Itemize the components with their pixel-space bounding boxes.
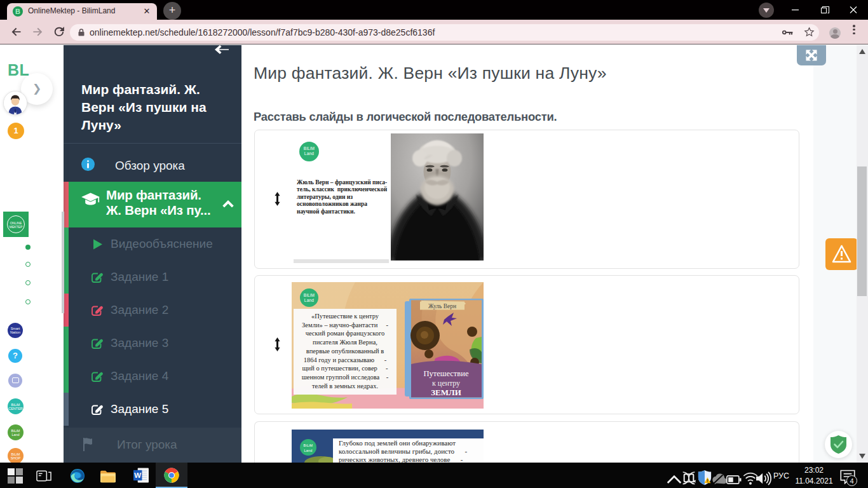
- svg-text:ЗЕМЛИ: ЗЕМЛИ: [431, 388, 461, 397]
- svg-text:к центру: к центру: [432, 379, 460, 388]
- svg-text:Жуль Верн: Жуль Верн: [428, 303, 456, 309]
- svg-text:!: !: [707, 478, 708, 483]
- svg-text:Путешествие: Путешествие: [424, 369, 469, 378]
- svg-text:W: W: [134, 471, 141, 479]
